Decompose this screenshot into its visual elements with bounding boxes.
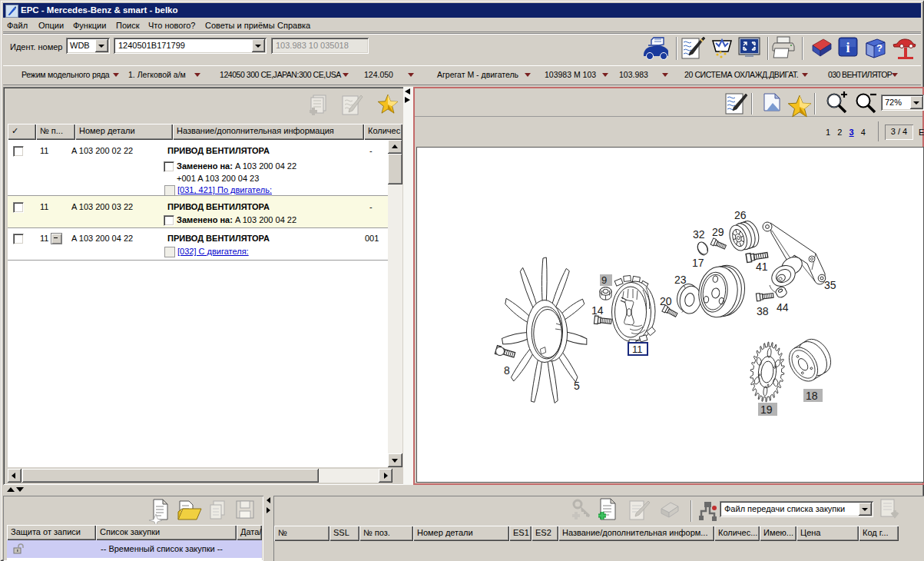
svg-text:14: 14: [591, 304, 604, 317]
svg-text:?: ?: [876, 42, 883, 54]
svg-text:17: 17: [692, 257, 704, 269]
svg-text:8: 8: [504, 364, 510, 377]
svg-text:41: 41: [756, 261, 768, 273]
svg-text:5: 5: [574, 380, 580, 392]
svg-text:18: 18: [806, 390, 818, 402]
svg-text:26: 26: [734, 209, 747, 221]
svg-text:32: 32: [693, 228, 705, 241]
svg-text:38: 38: [757, 305, 769, 317]
svg-text:19: 19: [760, 403, 773, 416]
svg-text:35: 35: [824, 279, 836, 291]
svg-text:23: 23: [674, 274, 687, 286]
svg-text:44: 44: [777, 301, 789, 314]
svg-text:i: i: [846, 40, 849, 55]
svg-text:11: 11: [632, 344, 643, 355]
svg-text:29: 29: [712, 226, 724, 238]
svg-text:9: 9: [601, 274, 607, 286]
